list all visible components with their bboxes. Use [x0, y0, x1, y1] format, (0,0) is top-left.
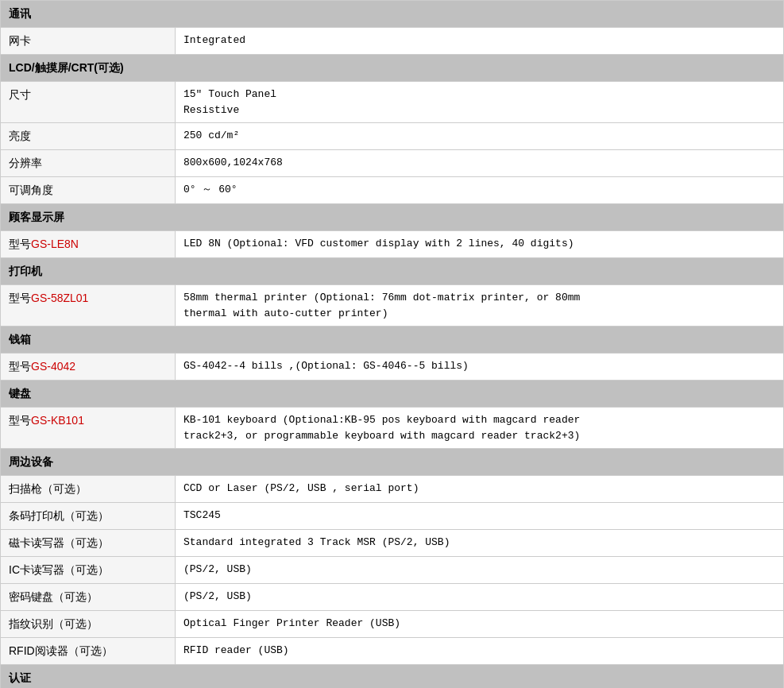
row-label-19: IC卡读写器（可选） — [1, 557, 176, 584]
section-header-7: 顾客显示屏 — [1, 204, 784, 231]
row-value-8: LED 8N (Optional: VFD customer display w… — [176, 231, 784, 258]
row-value-1: Integrated — [176, 28, 784, 55]
spec-table: 通讯网卡IntegratedLCD/触摸屏/CRT(可选)尺寸15″ Touch… — [0, 0, 784, 688]
section-header-11: 钱箱 — [1, 327, 784, 354]
section-header-2: LCD/触摸屏/CRT(可选) — [1, 55, 784, 82]
row-value-19: (PS/2, USB) — [176, 557, 784, 584]
section-header-13: 键盘 — [1, 381, 784, 408]
row-label-3: 尺寸 — [1, 82, 176, 123]
row-value-6: 0° ～ 60° — [176, 177, 784, 204]
row-value-21: Optical Finger Printer Reader (USB) — [176, 611, 784, 638]
row-value-22: RFID reader (USB) — [176, 638, 784, 665]
row-value-18: Standard integrated 3 Track MSR (PS/2, U… — [176, 530, 784, 557]
row-label-14: 型号GS-KB101 — [1, 408, 176, 449]
row-value-16: CCD or Laser (PS/2, USB , serial port) — [176, 476, 784, 503]
row-value-10: 58mm thermal printer (Optional: 76mm dot… — [176, 285, 784, 327]
row-value-4: 250 cd/m² — [176, 123, 784, 150]
section-header-15: 周边设备 — [1, 449, 784, 476]
row-label-21: 指纹识别（可选） — [1, 611, 176, 638]
row-label-5: 分辨率 — [1, 150, 176, 177]
row-value-5: 800x600,1024x768 — [176, 150, 784, 177]
row-label-22: RFID阅读器（可选） — [1, 638, 176, 665]
section-header-23: 认证 — [1, 665, 784, 689]
row-label-18: 磁卡读写器（可选） — [1, 530, 176, 557]
section-header-0: 通讯 — [1, 1, 784, 28]
row-value-17: TSC245 — [176, 503, 784, 530]
section-header-9: 打印机 — [1, 258, 784, 285]
row-value-3: 15″ Touch PanelResistive — [176, 82, 784, 123]
row-label-16: 扫描枪（可选） — [1, 476, 176, 503]
row-label-17: 条码打印机（可选） — [1, 503, 176, 530]
row-value-20: (PS/2, USB) — [176, 584, 784, 611]
row-label-1: 网卡 — [1, 28, 176, 55]
row-label-8: 型号GS-LE8N — [1, 231, 176, 258]
row-label-4: 亮度 — [1, 123, 176, 150]
row-label-12: 型号GS-4042 — [1, 354, 176, 381]
row-label-20: 密码键盘（可选） — [1, 584, 176, 611]
row-value-14: KB-101 keyboard (Optional:KB-95 pos keyb… — [176, 408, 784, 449]
row-label-6: 可调角度 — [1, 177, 176, 204]
row-label-10: 型号GS-58ZL01 — [1, 285, 176, 327]
row-value-12: GS-4042--4 bills ,(Optional: GS-4046--5 … — [176, 354, 784, 381]
